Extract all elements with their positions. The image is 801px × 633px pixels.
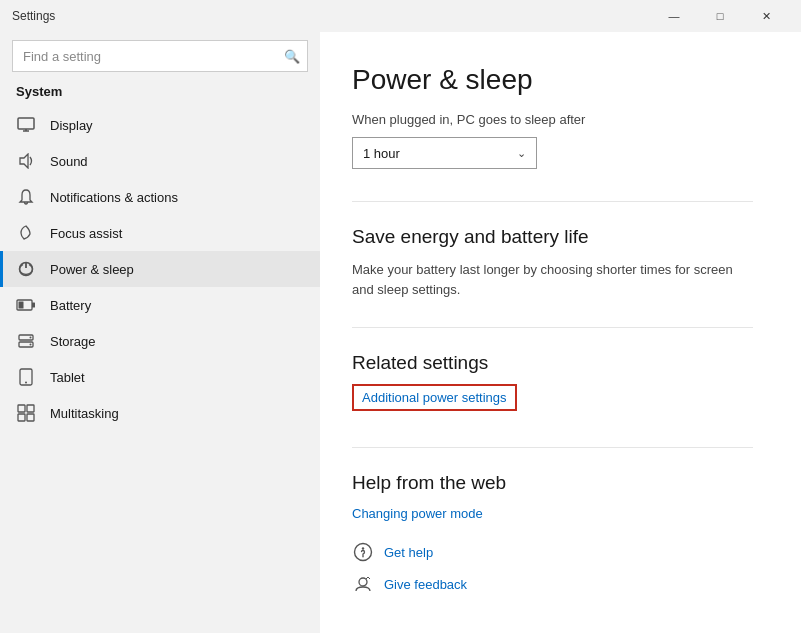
sleep-dropdown-value: 1 hour [363,146,400,161]
svg-point-11 [30,337,32,339]
search-input[interactable] [12,40,308,72]
sidebar-item-label-storage: Storage [50,334,96,349]
page-title: Power & sleep [352,64,753,96]
save-energy-heading: Save energy and battery life [352,226,753,248]
changing-power-mode-link[interactable]: Changing power mode [352,506,753,521]
sidebar-item-label-multitasking: Multitasking [50,406,119,421]
sidebar-item-label-power: Power & sleep [50,262,134,277]
maximize-button[interactable]: □ [697,0,743,32]
multitasking-icon [16,403,36,423]
display-icon [16,115,36,135]
sidebar-item-tablet[interactable]: Tablet [0,359,320,395]
chevron-down-icon: ⌄ [517,147,526,160]
svg-rect-15 [18,405,25,412]
sidebar-item-label-tablet: Tablet [50,370,85,385]
svg-rect-7 [32,303,35,308]
svg-marker-3 [20,154,28,168]
sidebar-section-label: System [0,80,320,107]
sidebar-item-label-notifications: Notifications & actions [50,190,178,205]
svg-point-22 [359,578,367,586]
section-divider-1 [352,201,753,202]
power-icon [16,259,36,279]
sidebar-item-sound[interactable]: Sound [0,143,320,179]
related-settings-heading: Related settings [352,352,753,374]
sidebar-item-multitasking[interactable]: Multitasking [0,395,320,431]
section-divider-2 [352,327,753,328]
svg-point-19 [355,544,372,561]
give-feedback-icon [352,573,374,595]
give-feedback-row: Give feedback [352,573,753,595]
svg-point-12 [30,344,32,346]
give-feedback-link[interactable]: Give feedback [384,577,467,592]
sound-icon [16,151,36,171]
svg-rect-17 [18,414,25,421]
notifications-icon [16,187,36,207]
svg-rect-0 [18,118,34,129]
svg-rect-18 [27,414,34,421]
storage-icon [16,331,36,351]
save-energy-text: Make your battery last longer by choosin… [352,260,753,299]
app-title: Settings [12,9,55,23]
svg-rect-8 [19,302,24,309]
close-button[interactable]: ✕ [743,0,789,32]
sidebar-item-power[interactable]: Power & sleep [0,251,320,287]
get-help-link[interactable]: Get help [384,545,433,560]
sidebar-item-label-display: Display [50,118,93,133]
content-area: Power & sleep When plugged in, PC goes t… [320,32,801,633]
sleep-subtitle: When plugged in, PC goes to sleep after [352,112,753,127]
svg-rect-16 [27,405,34,412]
get-help-icon [352,541,374,563]
sidebar-item-notifications[interactable]: Notifications & actions [0,179,320,215]
sidebar-item-battery[interactable]: Battery [0,287,320,323]
get-help-row: Get help [352,541,753,563]
window-controls: — □ ✕ [651,0,789,32]
focus-assist-icon [16,223,36,243]
sidebar-item-display[interactable]: Display [0,107,320,143]
section-divider-3 [352,447,753,448]
sidebar-item-label-battery: Battery [50,298,91,313]
title-bar: Settings — □ ✕ [0,0,801,32]
tablet-icon [16,367,36,387]
sidebar-item-focus-assist[interactable]: Focus assist [0,215,320,251]
app-body: 🔍 System Display Sound [0,32,801,633]
battery-icon [16,295,36,315]
additional-power-settings-link[interactable]: Additional power settings [352,384,517,411]
sidebar-item-label-focus: Focus assist [50,226,122,241]
search-container: 🔍 [12,40,308,72]
svg-point-20 [362,547,364,549]
sidebar-item-storage[interactable]: Storage [0,323,320,359]
sleep-duration-dropdown[interactable]: 1 hour ⌄ [352,137,537,169]
sidebar: 🔍 System Display Sound [0,32,320,633]
sidebar-item-label-sound: Sound [50,154,88,169]
svg-point-14 [25,382,27,384]
minimize-button[interactable]: — [651,0,697,32]
svg-point-21 [362,556,363,557]
help-heading: Help from the web [352,472,753,494]
